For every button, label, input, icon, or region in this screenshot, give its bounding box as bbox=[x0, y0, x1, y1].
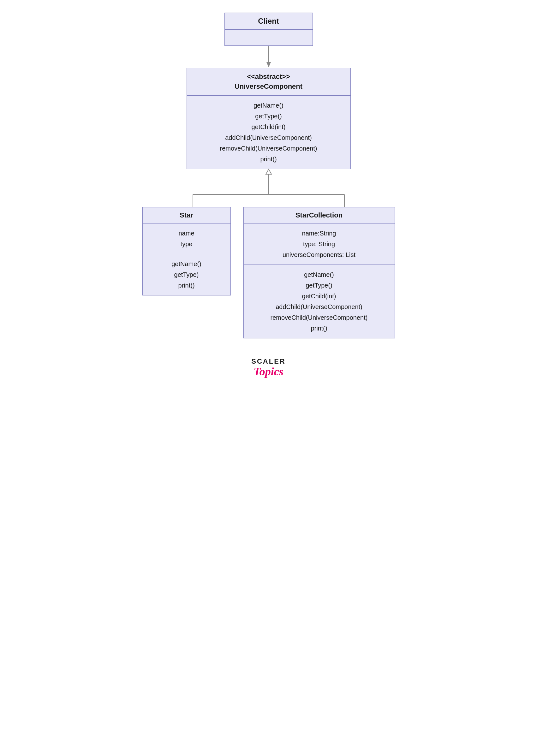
client-empty-section bbox=[225, 30, 312, 46]
star-collection-method-6: print() bbox=[250, 323, 388, 334]
star-collection-attr-3: universeComponents: List bbox=[250, 249, 388, 260]
abstract-header-line2: UniverseComponent bbox=[193, 82, 344, 92]
arrow-svg-down bbox=[266, 46, 272, 68]
abstract-methods: getName() getType() getChild(int) addChi… bbox=[187, 96, 351, 169]
star-attributes: name type bbox=[143, 223, 230, 254]
abstract-method-4: addChild(UniverseComponent) bbox=[193, 132, 344, 143]
star-collection-box: StarCollection name:String type: String … bbox=[243, 207, 395, 338]
abstract-header: <<abstract>> UniverseComponent bbox=[187, 68, 351, 96]
star-collection-attr-1: name:String bbox=[250, 228, 388, 239]
star-collection-attr-2: type: String bbox=[250, 239, 388, 249]
bottom-boxes-row: Star name type getName() getType) print(… bbox=[143, 207, 395, 338]
star-box: Star name type getName() getType) print(… bbox=[143, 207, 231, 296]
svg-marker-1 bbox=[267, 62, 271, 67]
abstract-header-line1: <<abstract>> bbox=[193, 72, 344, 82]
abstract-method-6: print() bbox=[193, 154, 344, 165]
star-collection-method-3: getChild(int) bbox=[250, 291, 388, 301]
star-collection-attributes: name:String type: String universeCompone… bbox=[244, 223, 394, 265]
abstract-method-5: removeChild(UniverseComponent) bbox=[193, 143, 344, 154]
star-method-2: getType) bbox=[149, 269, 224, 280]
star-collection-method-5: removeChild(UniverseComponent) bbox=[250, 312, 388, 323]
star-method-1: getName() bbox=[149, 259, 224, 269]
star-attr-2: type bbox=[149, 239, 224, 249]
client-to-abstract-arrow bbox=[266, 46, 272, 68]
client-header: Client bbox=[225, 13, 312, 30]
client-box: Client bbox=[225, 13, 313, 46]
abstract-box: <<abstract>> UniverseComponent getName()… bbox=[186, 68, 351, 169]
star-header: Star bbox=[143, 207, 230, 223]
star-collection-method-2: getType() bbox=[250, 280, 388, 291]
inheritance-connector: Star name type getName() getType) print(… bbox=[143, 169, 395, 338]
branding-section: SCALER Topics bbox=[251, 357, 285, 378]
abstract-method-2: getType() bbox=[193, 111, 344, 122]
star-collection-method-4: addChild(UniverseComponent) bbox=[250, 301, 388, 312]
svg-marker-3 bbox=[266, 169, 271, 174]
star-method-3: print() bbox=[149, 280, 224, 291]
inheritance-lines-svg bbox=[143, 169, 395, 207]
branding-scaler-text: SCALER bbox=[251, 357, 285, 366]
star-collection-methods: getName() getType() getChild(int) addChi… bbox=[244, 265, 394, 338]
abstract-method-3: getChild(int) bbox=[193, 122, 344, 132]
star-collection-method-1: getName() bbox=[250, 269, 388, 280]
star-methods: getName() getType) print() bbox=[143, 254, 230, 295]
star-collection-header: StarCollection bbox=[244, 207, 394, 223]
abstract-method-1: getName() bbox=[193, 100, 344, 111]
branding-topics-text: Topics bbox=[254, 366, 283, 378]
uml-diagram: Client <<abstract>> UniverseComponent ge… bbox=[79, 13, 458, 378]
star-attr-1: name bbox=[149, 228, 224, 239]
